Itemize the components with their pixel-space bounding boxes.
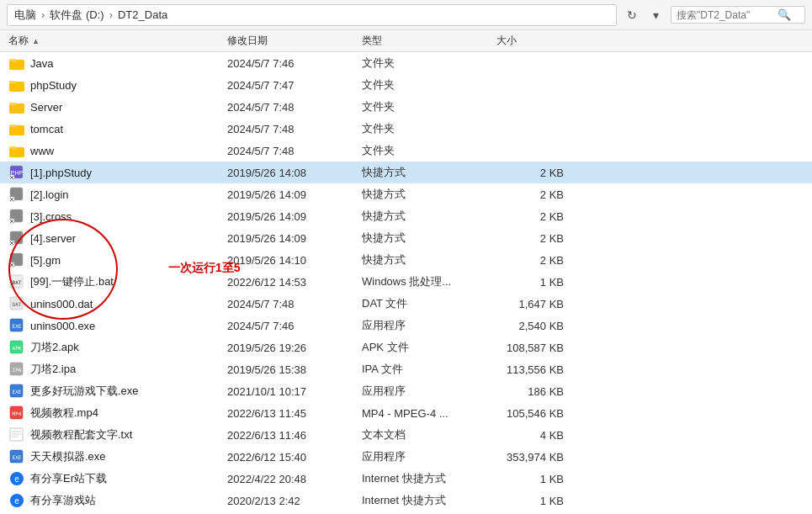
file-type: 文件夹 — [362, 77, 496, 93]
file-type: 文件夹 — [362, 121, 496, 136]
file-date: 2024/5/7 7:46 — [227, 320, 362, 332]
refresh-button[interactable]: ↻ — [622, 5, 642, 25]
table-row[interactable]: www 2024/5/7 7:48 文件夹 — [0, 140, 812, 162]
file-name: [99].一键停止.bat — [30, 274, 227, 289]
file-name: [5].gm — [30, 254, 227, 267]
file-icon: APK — [8, 339, 25, 356]
file-date: 2024/5/7 7:48 — [227, 298, 362, 310]
file-date: 2022/6/12 15:40 — [227, 451, 362, 464]
file-name: [1].phpStudy — [30, 167, 227, 179]
file-icon — [8, 252, 25, 268]
table-row[interactable]: e 有分享游戏站 2020/2/13 2:42 Internet 快捷方式 1 … — [0, 490, 812, 511]
table-row[interactable]: [2].login 2019/5/26 14:09 快捷方式 2 KB — [0, 183, 812, 205]
file-icon — [8, 77, 25, 93]
file-list-scroll[interactable]: Java 2024/5/7 7:46 文件夹 phpStudy 2024/5/7… — [0, 52, 812, 514]
file-list-wrapper: Java 2024/5/7 7:46 文件夹 phpStudy 2024/5/7… — [0, 52, 812, 514]
svg-rect-9 — [9, 146, 16, 149]
file-date: 2022/6/12 14:53 — [227, 276, 362, 289]
col-header-name[interactable]: 名称 ▲ — [8, 34, 227, 48]
table-row[interactable]: Java 2024/5/7 7:46 文件夹 — [0, 52, 812, 74]
col-header-date[interactable]: 修改日期 — [227, 34, 362, 48]
col-header-size[interactable]: 大小 — [496, 34, 581, 48]
file-date: 2022/4/22 20:48 — [227, 473, 362, 485]
file-size: 1 KB — [496, 473, 581, 485]
table-row[interactable]: APK 刀塔2.apk 2019/5/26 19:26 APK 文件 108,5… — [0, 336, 812, 358]
file-size: 2 KB — [496, 232, 581, 245]
file-size: 2 KB — [496, 254, 581, 267]
file-name: phpStudy — [30, 79, 227, 92]
svg-text:EXE: EXE — [13, 323, 22, 329]
file-icon: BAT — [8, 273, 25, 290]
file-type: IPA 文件 — [362, 362, 496, 377]
file-date: 2021/10/1 10:17 — [227, 385, 362, 398]
file-name: unins000.dat — [30, 298, 227, 310]
file-icon: IPA — [8, 361, 25, 378]
col-header-type[interactable]: 类型 — [362, 34, 496, 48]
file-date: 2022/6/13 11:45 — [227, 407, 362, 420]
sort-arrow-name: ▲ — [32, 37, 40, 45]
file-type: APK 文件 — [362, 340, 496, 355]
svg-text:DAT: DAT — [13, 301, 22, 307]
table-row[interactable]: Server 2024/5/7 7:48 文件夹 — [0, 96, 812, 118]
svg-text:e: e — [14, 474, 19, 484]
search-button[interactable]: 🔍 — [778, 8, 791, 21]
file-type: Internet 快捷方式 — [362, 493, 496, 508]
breadcrumb-drive[interactable]: 软件盘 (D:) — [50, 8, 103, 23]
file-icon: e — [8, 492, 25, 509]
file-icon: DAT — [8, 295, 25, 312]
file-icon — [8, 120, 25, 137]
table-row[interactable]: e 有分享Er站下载 2022/4/22 20:48 Internet 快捷方式… — [0, 468, 812, 490]
svg-rect-1 — [9, 59, 16, 61]
file-size: 1,647 KB — [496, 298, 581, 310]
file-size: 113,556 KB — [496, 363, 581, 376]
table-row[interactable]: MP4 视频教程.mp4 2022/6/13 11:45 MP4 - MPEG-… — [0, 402, 812, 424]
file-explorer-window: 电脑 › 软件盘 (D:) › DT2_Data ↻ ▾ 🔍 名称 ▲ 修改日期… — [0, 0, 812, 514]
file-icon: EXE — [8, 383, 25, 400]
table-row[interactable]: [4].server 2019/5/26 14:09 快捷方式 2 KB — [0, 227, 812, 249]
file-icon: EXE — [8, 448, 25, 465]
table-row[interactable]: phpStudy 2024/5/7 7:47 文件夹 — [0, 74, 812, 96]
file-size: 2 KB — [496, 167, 581, 179]
file-date: 2019/5/26 14:09 — [227, 232, 362, 245]
table-row[interactable]: EXE 天天模拟器.exe 2022/6/12 15:40 应用程序 353,9… — [0, 446, 812, 468]
file-icon — [8, 230, 25, 246]
file-type: 快捷方式 — [362, 231, 496, 246]
file-type: 快捷方式 — [362, 209, 496, 224]
file-type: 文件夹 — [362, 56, 496, 71]
breadcrumb-current: DT2_Data — [118, 8, 167, 21]
search-box: 🔍 — [671, 6, 805, 24]
table-row[interactable]: BAT [99].一键停止.bat 2022/6/12 14:53 Window… — [0, 271, 812, 293]
file-type: 文本文档 — [362, 427, 496, 442]
file-date: 2024/5/7 7:48 — [227, 123, 362, 135]
file-type: Internet 快捷方式 — [362, 471, 496, 486]
file-icon — [8, 427, 25, 443]
table-row[interactable]: [3].cross 2019/5/26 14:09 快捷方式 2 KB — [0, 205, 812, 227]
file-icon: e — [8, 470, 25, 487]
breadcrumb-pc[interactable]: 电脑 — [14, 8, 36, 23]
table-row[interactable]: EXE unins000.exe 2024/5/7 7:46 应用程序 2,54… — [0, 315, 812, 336]
file-type: 快捷方式 — [362, 252, 496, 268]
table-row[interactable]: 视频教程配套文字.txt 2022/6/13 11:46 文本文档 4 KB — [0, 424, 812, 446]
file-size: 4 KB — [496, 429, 581, 442]
table-row[interactable]: EXE 更多好玩游戏下载.exe 2021/10/1 10:17 应用程序 18… — [0, 380, 812, 402]
file-size: 186 KB — [496, 385, 581, 398]
file-size: 108,587 KB — [496, 342, 581, 354]
file-icon — [8, 142, 25, 159]
file-name: www — [30, 145, 227, 157]
table-row[interactable]: IPA 刀塔2.ipa 2019/5/26 15:38 IPA 文件 113,5… — [0, 358, 812, 380]
table-row[interactable]: [5].gm 2019/5/26 14:10 快捷方式 2 KB — [0, 249, 812, 271]
dropdown-button[interactable]: ▾ — [645, 5, 666, 25]
breadcrumb[interactable]: 电脑 › 软件盘 (D:) › DT2_Data — [7, 4, 617, 26]
table-row[interactable]: tomcat 2024/5/7 7:48 文件夹 — [0, 118, 812, 140]
file-name: [4].server — [30, 232, 227, 245]
file-date: 2019/5/26 14:08 — [227, 167, 362, 179]
table-row[interactable]: PHP [1].phpStudy 2019/5/26 14:08 快捷方式 2 … — [0, 162, 812, 183]
table-row[interactable]: DAT unins000.dat 2024/5/7 7:48 DAT 文件 1,… — [0, 293, 812, 315]
address-bar: 电脑 › 软件盘 (D:) › DT2_Data ↻ ▾ 🔍 — [0, 0, 812, 30]
search-input[interactable] — [677, 9, 778, 21]
file-date: 2019/5/26 19:26 — [227, 342, 362, 354]
svg-text:MP4: MP4 — [13, 411, 22, 416]
file-type: MP4 - MPEG-4 ... — [362, 407, 496, 420]
svg-text:APK: APK — [13, 345, 22, 351]
svg-text:EXE: EXE — [13, 454, 22, 460]
